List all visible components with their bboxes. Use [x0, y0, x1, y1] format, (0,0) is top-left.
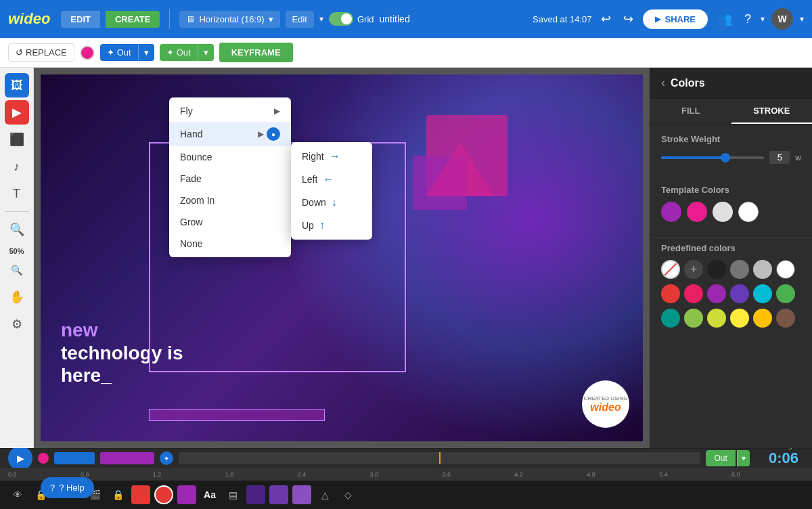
swatch-gray[interactable] — [753, 260, 772, 279]
mark-8: 4.8 — [587, 471, 659, 478]
submenu-up[interactable]: Up ↑ — [291, 214, 372, 237]
panel-header: ‹ Colors — [650, 68, 812, 99]
anim-in-button[interactable]: ✦ Out — [100, 44, 138, 61]
undo-button[interactable]: ↩ — [598, 9, 614, 29]
swatch-deep-purple[interactable] — [730, 284, 749, 303]
chevron-down-icon-help: ▾ — [761, 14, 765, 24]
menu-item-fade[interactable]: Fade — [169, 168, 291, 190]
menu-item-hand[interactable]: Hand ▶ ● Right → Left ← Down — [169, 122, 291, 146]
swatch-lime[interactable] — [707, 309, 726, 328]
color-swatch-red[interactable] — [131, 485, 150, 504]
template-swatch-purple[interactable] — [661, 202, 681, 222]
out-button[interactable]: ✦ Out — [160, 44, 198, 61]
template-swatch-light[interactable] — [713, 202, 733, 222]
sidebar-item-pan[interactable]: ✋ — [5, 285, 29, 309]
stroke-tab[interactable]: STROKE — [731, 99, 813, 124]
swatch-green[interactable] — [776, 284, 795, 303]
monitor-icon: 🖥 — [186, 14, 195, 24]
logo[interactable]: wideo — [8, 10, 50, 28]
main-content: 🖼 ▶ ⬛ ♪ T 🔍 50% 🔍 ✋ ⚙ new technology — [0, 68, 812, 448]
track-segment-blue[interactable] — [54, 452, 95, 464]
help-button-bottom[interactable]: ? ? Help — [41, 477, 94, 498]
triangle-icon[interactable]: △ — [315, 485, 334, 504]
edit-button[interactable]: EDIT — [61, 11, 100, 28]
color-picker-dot[interactable] — [80, 45, 95, 60]
out-bottom-caret[interactable]: ▾ — [737, 450, 750, 466]
canvas-area[interactable]: new technology is here_ CREATED USING wi… — [34, 68, 650, 448]
redo-button[interactable]: ↪ — [621, 9, 636, 29]
add-user-button[interactable]: 👥 — [715, 9, 735, 29]
menu-item-zoom-in[interactable]: Zoom In — [169, 190, 291, 211]
out-bottom-button[interactable]: Out — [706, 450, 735, 466]
menu-item-fly[interactable]: Fly ▶ — [169, 100, 291, 122]
weight-input[interactable]: 5 — [769, 151, 790, 164]
text-icon[interactable]: Aa — [200, 485, 219, 504]
menu-item-grow[interactable]: Grow — [169, 211, 291, 233]
user-avatar[interactable]: W — [771, 8, 793, 30]
edit-dropdown-button[interactable]: Edit — [286, 11, 314, 28]
format-selector[interactable]: 🖥 Horizontal (16:9) ▾ — [179, 11, 279, 28]
sidebar-item-zoom-out[interactable]: 🔍 — [5, 258, 29, 282]
play-button[interactable]: ▶ — [8, 446, 32, 470]
weight-slider[interactable] — [661, 156, 764, 159]
track-main[interactable] — [179, 452, 700, 464]
sidebar-item-video[interactable]: ▶ — [5, 100, 29, 125]
fill-tab[interactable]: FILL — [650, 99, 731, 124]
swatch-brown[interactable] — [776, 309, 795, 328]
submenu-left[interactable]: Left ← — [291, 168, 372, 191]
keyframe-button[interactable]: KEYFRAME — [219, 43, 293, 62]
watermark-logo: wideo — [590, 401, 621, 414]
swatch-pink[interactable] — [684, 284, 703, 303]
swatch-white[interactable] — [776, 260, 795, 279]
sidebar-item-zoom-in[interactable]: 🔍 — [5, 217, 29, 242]
swatch-cyan[interactable] — [753, 284, 772, 303]
zoom-in-label: Zoom In — [180, 195, 215, 206]
lock2-icon[interactable]: 🔒 — [108, 485, 127, 504]
create-button[interactable]: CREATE — [106, 11, 160, 28]
diamond-icon[interactable]: ◇ — [338, 485, 357, 504]
template-swatch-pink[interactable] — [687, 202, 707, 222]
share-button[interactable]: SHARE — [643, 9, 708, 29]
swatch-yellow[interactable] — [730, 309, 749, 328]
submenu-right[interactable]: Right → — [291, 145, 372, 168]
swatch-amber[interactable] — [753, 309, 772, 328]
grid-toggle[interactable] — [329, 12, 353, 26]
visibility-icon[interactable]: 👁 — [8, 485, 27, 504]
swatch-purple[interactable] — [707, 284, 726, 303]
list-icon[interactable]: ▤ — [223, 485, 242, 504]
sidebar-item-shapes[interactable]: ⬛ — [5, 127, 29, 152]
fade-label: Fade — [180, 173, 202, 184]
down-label: Down — [302, 197, 326, 208]
template-swatch-white[interactable] — [738, 202, 759, 222]
swatch-dark-gray[interactable] — [730, 260, 749, 279]
swatch-transparent[interactable] — [661, 260, 680, 279]
swatch-black[interactable] — [707, 260, 726, 279]
shape-purple[interactable] — [177, 485, 196, 504]
replace-button[interactable]: ↺ REPLACE — [8, 43, 74, 62]
shape-med[interactable] — [269, 485, 288, 504]
sidebar-item-music[interactable]: ♪ — [5, 154, 29, 179]
submenu-down[interactable]: Down ↓ — [291, 191, 372, 214]
menu-item-bounce[interactable]: Bounce — [169, 146, 291, 168]
anim-dropdown-button[interactable]: ▾ — [138, 44, 154, 61]
out-dropdown-button[interactable]: ▾ — [198, 44, 214, 61]
shape-light[interactable] — [292, 485, 311, 504]
slider-thumb[interactable] — [721, 153, 730, 162]
sidebar-item-settings[interactable]: ⚙ — [5, 312, 29, 336]
shape-dark[interactable] — [246, 485, 265, 504]
swatch-light-green[interactable] — [684, 309, 703, 328]
back-button[interactable]: ‹ — [661, 76, 665, 90]
fill-stroke-tabs: FILL STROKE — [650, 99, 812, 125]
swatch-red[interactable] — [661, 284, 680, 303]
title-input[interactable]: untitled — [380, 14, 498, 24]
track-segment-purple[interactable] — [100, 452, 154, 464]
bottom-timeline: ▶ ✦ Out ▾ Scene length 0:06 0:03 / 0:28 … — [0, 448, 812, 509]
sidebar-item-text[interactable]: T — [5, 181, 29, 206]
mark-2: 1.2 — [153, 471, 225, 478]
menu-item-none[interactable]: None — [169, 233, 291, 255]
color-circle[interactable] — [154, 485, 173, 504]
help-button[interactable]: ? — [742, 9, 754, 29]
swatch-add[interactable]: + — [684, 260, 703, 279]
sidebar-item-image[interactable]: 🖼 — [5, 73, 29, 97]
swatch-teal[interactable] — [661, 309, 680, 328]
